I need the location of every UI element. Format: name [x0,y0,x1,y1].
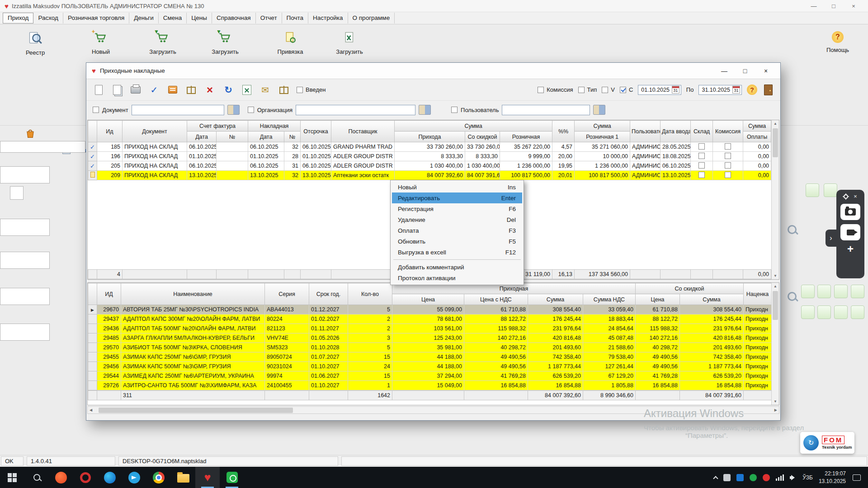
cell[interactable]: 01.11.2027 [309,324,348,333]
column-header[interactable]: Отсрочка [301,121,331,142]
cell[interactable]: АДАПТОЛ ТАБ 500МГ №20\ОЛАЙН ФАРМ, ЛАТВИ [121,324,265,333]
dialog-maximize-button[interactable]: □ [736,65,754,77]
column-header[interactable]: Поставщик [331,121,395,142]
cell[interactable]: 1 187 773,44 [680,362,744,371]
column-header[interactable]: Накладная [248,121,301,131]
cell[interactable]: 88 122,72 [464,314,528,324]
background-tool-button[interactable] [801,305,815,319]
cell[interactable]: 821123 [265,324,309,333]
volume-icon[interactable] [790,474,797,481]
komissiya-checkbox[interactable] [538,87,544,93]
calendar-icon[interactable]: 31 [732,86,740,94]
cell[interactable]: 5 [348,343,392,352]
cell[interactable]: 19,95 [552,161,575,171]
column-subheader[interactable]: Прихода [395,131,465,142]
background-tool-button[interactable] [817,285,831,298]
cell[interactable]: 41 769,28 [636,371,680,381]
table-row[interactable]: 209ПРИХОД НА СКЛАД13.10.202513.10.202532… [88,171,771,180]
cell[interactable]: 29456 [97,362,121,371]
scroll-thumb[interactable] [773,291,778,320]
menu-tab-5[interactable]: Смена [159,13,187,23]
cell[interactable]: АДМИНИС [630,161,660,171]
tray-icon[interactable] [723,474,731,481]
lookup-icon[interactable] [593,105,605,115]
checkbox-icon[interactable] [725,172,731,178]
cell[interactable]: 29455 [97,352,121,362]
column-header[interactable]: Документ [123,121,187,142]
cell[interactable]: 01.05.2026 [309,333,348,343]
cell[interactable]: 80224 [265,314,309,324]
lookup-icon[interactable] [419,105,431,115]
checkbox-icon[interactable] [698,153,705,159]
cell[interactable]: 308 554,40 [528,305,583,314]
cell[interactable]: 45 087,48 [583,333,636,343]
komissiya-filter[interactable]: Комиссия [538,86,573,93]
cell[interactable]: 103 561,00 [392,324,464,333]
vveden-checkbox-row[interactable]: Введен [297,86,326,93]
vveden-checkbox[interactable] [297,87,303,93]
cell[interactable]: 44 188,00 [392,362,464,371]
table-row[interactable]: 29485АЗАРГА ГЛ/КАПЛИ 5МЛ\АЛКОН-КУВРЕР, Б… [88,333,772,343]
document-filter-checkbox[interactable] [93,107,99,113]
scroll-up-icon[interactable]: ▲ [774,284,777,288]
menu-tab-9[interactable]: Почта [282,13,309,23]
taskbar-file-explorer[interactable] [171,467,195,488]
table-row[interactable]: 29456АЗИМАК КАПС 500МГ №3\GMP, ГРУЗИЯ902… [88,362,772,371]
column-subheader[interactable]: Дата [248,131,284,142]
cell[interactable]: 100 817 500,00 [575,171,630,180]
refresh-button[interactable]: ↻ [222,84,234,96]
cell[interactable]: 205 [97,161,123,171]
toolbar-cart-down2-button[interactable]: ▼Загрузить [198,31,252,55]
table-row[interactable]: 29570АЗИБИОТ ТАБ 500МГ №3\КРКА, СЛОВЕНИЯ… [88,343,772,352]
column-header[interactable]: Наименование [121,283,265,305]
cell[interactable]: 626 539,20 [680,371,744,381]
table-row[interactable]: ✓205ПРИХОД НА СКЛАД06.10.202506.10.20253… [88,161,771,171]
cell[interactable]: 44 188,00 [392,352,464,362]
column-subheader[interactable]: Сумма НДС [583,294,636,305]
background-tool-button[interactable] [834,285,848,298]
menu-tab-1[interactable]: Приход [3,13,33,23]
table-row[interactable]: 29437АДАПТОЛ КАПС 300МГ №20\ОЛАЙН ФАРМ, … [88,314,772,324]
print-button[interactable] [130,84,142,96]
cell[interactable]: ПРИХОД НА СКЛАД [123,161,187,171]
toolbar-registry-button[interactable]: Реестр [8,31,62,56]
cell[interactable]: VHV74E [265,333,309,343]
taskbar-clock[interactable]: 22:19:07 13.10.2025 [819,470,846,484]
cell[interactable]: 61 710,88 [636,305,680,314]
cell[interactable]: 84 007 391,60 [465,171,500,180]
taskbar-app-edge[interactable] [98,467,122,488]
cell[interactable]: Приходн [744,381,772,390]
column-header[interactable]: Срок год. [309,283,348,305]
column-header[interactable]: Сумма [743,121,771,131]
cell[interactable]: 0,00 [743,152,771,161]
column-header[interactable]: Дата ввода [660,121,691,142]
cell[interactable]: 15 [348,352,392,362]
cell[interactable]: 20,01 [552,171,575,180]
cell[interactable]: 201 493,60 [680,343,744,352]
cell[interactable]: 140 272,16 [464,333,528,343]
context-menu-item-10[interactable]: Протокол активации [392,272,522,283]
close-icon[interactable]: × [854,193,857,200]
new-document-button[interactable] [93,84,104,96]
cell[interactable]: 01.10.2028 [309,343,348,352]
menu-tab-10[interactable]: Настройка [308,13,348,23]
tray-icon[interactable] [763,474,770,481]
delete-button[interactable]: × [204,84,216,96]
excel-export-button[interactable] [241,84,253,96]
table-row[interactable]: 29544АЗИМЕД КАПС 250МГ №6\АРТЕРИУМ, УКРА… [88,371,772,381]
magnifier-icon[interactable] [788,292,797,301]
cell[interactable]: 9 999,00 [500,152,552,161]
cell[interactable]: 01.02.2027 [309,314,348,324]
s-checkbox[interactable] [620,87,626,93]
help-button[interactable]: ? Помощь [817,31,858,53]
menu-tab-4[interactable]: Деньги [129,13,159,23]
tray-icon[interactable] [736,474,744,481]
cell[interactable]: 231 976,64 [528,324,583,333]
cell[interactable]: 16 854,88 [680,381,744,390]
cell[interactable]: 35 981,00 [392,343,464,352]
cell[interactable]: 67 129,20 [583,371,636,381]
cell[interactable]: 99974 [265,371,309,381]
cell[interactable]: 420 816,48 [680,333,744,343]
column-subheader[interactable]: Розничная 1 [575,131,630,142]
dialog-help-icon[interactable]: ? [747,84,757,95]
